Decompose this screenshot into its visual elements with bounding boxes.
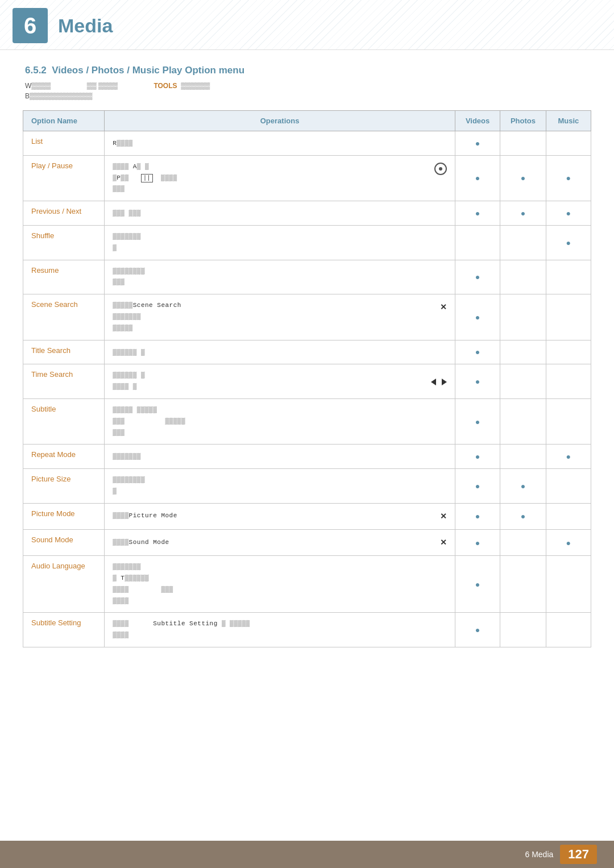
check-res-photos bbox=[500, 260, 546, 294]
table-row: List R▒▒▒▒ ● bbox=[23, 131, 591, 156]
check-sub-music bbox=[546, 398, 591, 444]
check-pp-music: ● bbox=[546, 155, 591, 201]
check-subs-videos: ● bbox=[455, 613, 500, 647]
option-sound-mode: Sound Mode bbox=[23, 529, 105, 555]
check-ts-photos bbox=[500, 340, 546, 364]
table-row: Time Search ▒▒▒▒▒▒ ▒ ▒▒▒▒ ▒ ● bbox=[23, 364, 591, 399]
ops-time-search: ▒▒▒▒▒▒ ▒ ▒▒▒▒ ▒ bbox=[105, 364, 455, 399]
table-row: Audio Language ▒▒▒▒▒▒▒ ▒ T▒▒▒▒▒▒ ▒▒▒▒ ▒▒… bbox=[23, 556, 591, 613]
ops-list: R▒▒▒▒ bbox=[105, 131, 455, 156]
ops-subtitle: ▒▒▒▒▒ ▒▒▒▒▒ ▒▒▒ ▒▒▒▒▒ ▒▒▒ bbox=[105, 398, 455, 444]
check-pn-music: ● bbox=[546, 201, 591, 226]
main-table-wrapper: Option Name Operations Videos Photos Mus… bbox=[0, 105, 614, 665]
ops-subtitle-setting: ▒▒▒▒ Subtitle Setting ▒ ▒▒▒▒▒ ▒▒▒▒ bbox=[105, 613, 455, 647]
check-subs-photos bbox=[500, 613, 546, 647]
table-row: Picture Size ▒▒▒▒▒▒▒▒ ▒ ● ● bbox=[23, 469, 591, 504]
ops-title-search: ▒▒▒▒▒▒ ▒ bbox=[105, 340, 455, 364]
section-heading: 6.5.2 Videos / Photos / Music Play Optio… bbox=[0, 50, 614, 82]
check-pn-videos: ● bbox=[455, 201, 500, 226]
table-row: Scene Search ▒▒▒▒▒Scene Search ▒▒▒▒▒▒▒ ▒… bbox=[23, 294, 591, 340]
option-subtitle: Subtitle bbox=[23, 398, 105, 444]
check-sh-photos bbox=[500, 225, 546, 260]
ops-audio-language: ▒▒▒▒▒▒▒ ▒ T▒▒▒▒▒▒ ▒▒▒▒ ▒▒▒ ▒▒▒▒ bbox=[105, 556, 455, 613]
footer-page-number: 127 bbox=[560, 845, 597, 864]
option-subtitle-setting: Subtitle Setting bbox=[23, 613, 105, 647]
table-row: Subtitle ▒▒▒▒▒ ▒▒▒▒▒ ▒▒▒ ▒▒▒▒▒ ▒▒▒ ● bbox=[23, 398, 591, 444]
col-header-option: Option Name bbox=[23, 111, 105, 131]
check-sh-videos bbox=[455, 225, 500, 260]
check-rm-videos: ● bbox=[455, 445, 500, 469]
check-sub-photos bbox=[500, 398, 546, 444]
check-rm-photos bbox=[500, 445, 546, 469]
check-list-videos: ● bbox=[455, 131, 500, 156]
ops-shuffle: ▒▒▒▒▒▒▒ ▒ bbox=[105, 225, 455, 260]
table-row: Title Search ▒▒▒▒▒▒ ▒ ● bbox=[23, 340, 591, 364]
option-shuffle: Shuffle bbox=[23, 225, 105, 260]
ops-picture-mode: ▒▒▒▒Picture Mode ✕ bbox=[105, 503, 455, 529]
check-pm-videos: ● bbox=[455, 503, 500, 529]
check-ss-music bbox=[546, 294, 591, 340]
check-subs-music bbox=[546, 613, 591, 647]
sub-line-2: B▒▒▒▒▒▒▒▒▒▒▒▒▒ bbox=[25, 92, 589, 100]
check-pp-videos: ● bbox=[455, 155, 500, 201]
table-row: Subtitle Setting ▒▒▒▒ Subtitle Setting ▒… bbox=[23, 613, 591, 647]
table-row: Repeat Mode ▒▒▒▒▒▒▒ ● ● bbox=[23, 445, 591, 469]
check-ps-photos: ● bbox=[500, 469, 546, 504]
check-sh-music: ● bbox=[546, 225, 591, 260]
ops-play-pause: ▒▒▒▒ A▒ ▒ ▒P▒▒ || ▒▒▒▒ ▒▒▒ bbox=[105, 155, 455, 201]
table-row: Sound Mode ▒▒▒▒Sound Mode ✕ ● ● bbox=[23, 529, 591, 555]
check-sub-videos: ● bbox=[455, 398, 500, 444]
check-ss-photos bbox=[500, 294, 546, 340]
ops-repeat-mode: ▒▒▒▒▒▒▒ bbox=[105, 445, 455, 469]
check-ps-music bbox=[546, 469, 591, 504]
tools-label: TOOLS bbox=[154, 82, 177, 90]
sub-line-1: W▒▒▒▒ ▒▒ ▒▒▒▒ TOOLS ▒▒▒▒▒▒ bbox=[25, 82, 589, 90]
check-al-photos bbox=[500, 556, 546, 613]
ops-sound-mode: ▒▒▒▒Sound Mode ✕ bbox=[105, 529, 455, 555]
check-sm-music: ● bbox=[546, 529, 591, 555]
check-rm-music: ● bbox=[546, 445, 591, 469]
option-time-search: Time Search bbox=[23, 364, 105, 399]
table-row: Play / Pause ▒▒▒▒ A▒ ▒ ▒P▒▒ || ▒▒▒▒ ▒▒▒ bbox=[23, 155, 591, 201]
check-time-photos bbox=[500, 364, 546, 399]
check-ps-videos: ● bbox=[455, 469, 500, 504]
check-al-videos: ● bbox=[455, 556, 500, 613]
check-list-music bbox=[546, 131, 591, 156]
sub-text-block: W▒▒▒▒ ▒▒ ▒▒▒▒ TOOLS ▒▒▒▒▒▒ B▒▒▒▒▒▒▒▒▒▒▒▒… bbox=[0, 82, 614, 105]
check-pp-photos: ● bbox=[500, 155, 546, 201]
option-prev-next: Previous / Next bbox=[23, 201, 105, 226]
check-time-music bbox=[546, 364, 591, 399]
ops-picture-size: ▒▒▒▒▒▒▒▒ ▒ bbox=[105, 469, 455, 504]
option-picture-size: Picture Size bbox=[23, 469, 105, 504]
option-audio-language: Audio Language bbox=[23, 556, 105, 613]
check-res-videos: ● bbox=[455, 260, 500, 294]
check-ss-videos: ● bbox=[455, 294, 500, 340]
check-sm-photos bbox=[500, 529, 546, 555]
col-header-operations: Operations bbox=[105, 111, 455, 131]
ops-resume: ▒▒▒▒▒▒▒▒ ▒▒▒ bbox=[105, 260, 455, 294]
check-sm-videos: ● bbox=[455, 529, 500, 555]
check-list-photos bbox=[500, 131, 546, 156]
check-time-videos: ● bbox=[455, 364, 500, 399]
ops-prev-next: ▒▒▒ ▒▒▒ bbox=[105, 201, 455, 226]
table-row: Shuffle ▒▒▒▒▒▒▒ ▒ ● bbox=[23, 225, 591, 260]
col-header-photos: Photos bbox=[500, 111, 546, 131]
option-list: List bbox=[23, 131, 105, 156]
page-title: Media bbox=[58, 15, 113, 37]
option-play-pause: Play / Pause bbox=[23, 155, 105, 201]
col-header-videos: Videos bbox=[455, 111, 500, 131]
table-row: Resume ▒▒▒▒▒▒▒▒ ▒▒▒ ● bbox=[23, 260, 591, 294]
chapter-number-box: 6 bbox=[13, 8, 48, 43]
check-al-music bbox=[546, 556, 591, 613]
option-scene-search: Scene Search bbox=[23, 294, 105, 340]
option-repeat-mode: Repeat Mode bbox=[23, 445, 105, 469]
ops-scene-search: ▒▒▒▒▒Scene Search ▒▒▒▒▒▒▒ ▒▒▒▒▒ ✕ bbox=[105, 294, 455, 340]
option-title-search: Title Search bbox=[23, 340, 105, 364]
table-row: Previous / Next ▒▒▒ ▒▒▒ ● ● ● bbox=[23, 201, 591, 226]
col-header-music: Music bbox=[546, 111, 591, 131]
check-pn-photos: ● bbox=[500, 201, 546, 226]
options-table: Option Name Operations Videos Photos Mus… bbox=[23, 110, 591, 647]
option-picture-mode: Picture Mode bbox=[23, 503, 105, 529]
option-resume: Resume bbox=[23, 260, 105, 294]
check-res-music bbox=[546, 260, 591, 294]
